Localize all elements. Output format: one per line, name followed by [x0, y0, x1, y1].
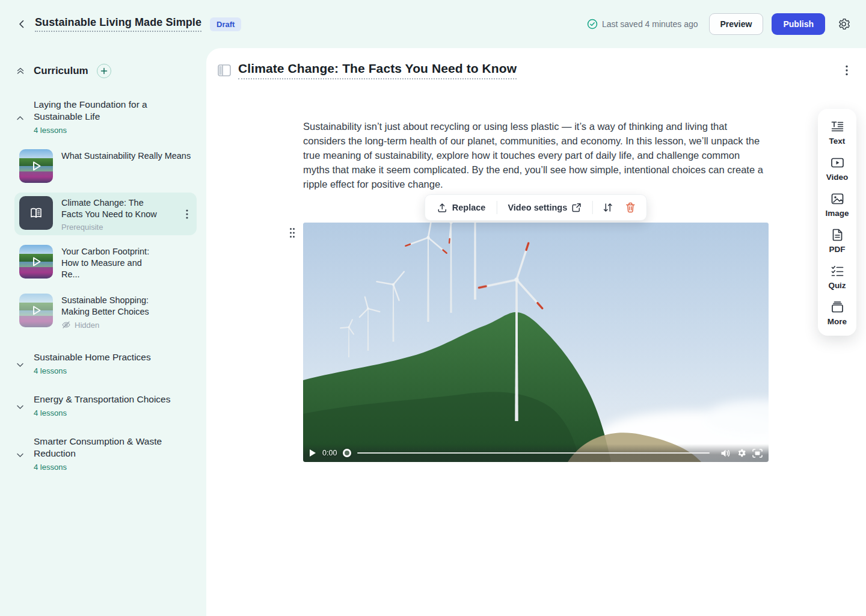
volume-button[interactable] [720, 449, 731, 458]
tool-label: More [828, 317, 847, 326]
play-button[interactable] [309, 449, 316, 457]
gear-icon [837, 17, 850, 31]
video-settings-button[interactable]: Video settings [502, 200, 588, 215]
lesson-title: What Sustainability Really Means [61, 150, 192, 162]
image-icon [831, 192, 844, 206]
tool-image[interactable]: Image [818, 189, 856, 220]
toolbar-divider [592, 201, 593, 214]
drag-dots-icon [289, 227, 295, 238]
block-drag-handle[interactable] [287, 225, 298, 241]
replace-label: Replace [452, 203, 486, 212]
play-icon [19, 294, 53, 327]
section-lesson-count: 4 lessons [34, 126, 175, 135]
curriculum-section: Laying the Foundation for a Sustainable … [14, 99, 197, 333]
panel-layout-icon [218, 64, 231, 76]
lesson-title: Climate Change: The Facts You Need to Kn… [61, 197, 162, 220]
section-title: Energy & Transportation Choices [34, 393, 170, 405]
lesson-editor-canvas: Climate Change: The Facts You Need to Kn… [206, 48, 866, 616]
lesson-item-hidden[interactable]: Sustainable Shopping: Making Better Choi… [14, 290, 197, 333]
lesson-video-thumbnail [19, 149, 53, 183]
tool-text[interactable]: Text [818, 117, 856, 148]
publish-button[interactable]: Publish [772, 13, 825, 35]
lesson-kebab-menu[interactable] [183, 207, 191, 221]
section-title: Sustainable Home Practices [34, 351, 151, 363]
play-icon [19, 149, 53, 183]
delete-block-button[interactable] [621, 200, 640, 215]
replace-video-button[interactable]: Replace [431, 200, 492, 215]
chevrons-up-icon [16, 66, 25, 76]
lesson-title: Sustainable Shopping: Making Better Choi… [61, 295, 164, 318]
move-block-button[interactable] [598, 200, 618, 215]
chevron-down-icon [16, 360, 25, 369]
eye-off-icon [61, 320, 71, 330]
tool-video[interactable]: Video [818, 153, 856, 184]
fullscreen-button[interactable] [752, 449, 763, 458]
curriculum-section: Energy & Transportation Choices 4 lesson… [14, 393, 197, 417]
add-section-button[interactable] [97, 64, 111, 78]
toolbar-divider [496, 201, 497, 214]
status-badge: Draft [210, 17, 241, 31]
tool-label: Image [825, 209, 849, 218]
section-header[interactable]: Energy & Transportation Choices 4 lesson… [14, 393, 197, 417]
sort-arrows-icon [603, 202, 613, 213]
tool-more[interactable]: More [818, 298, 856, 328]
saved-status: Last saved 4 minutes ago [587, 19, 698, 29]
tool-label: Quiz [828, 281, 846, 290]
section-title: Smarter Consumption & Waste Reduction [34, 436, 175, 460]
curriculum-section: Sustainable Home Practices 4 lessons [14, 351, 197, 375]
lesson-item[interactable]: What Sustainability Really Means [14, 146, 197, 186]
collapse-all-button[interactable] [16, 66, 25, 76]
lesson-video-thumbnail [19, 245, 53, 279]
curriculum-section: Smarter Consumption & Waste Reduction 4 … [14, 436, 197, 472]
settings-button[interactable] [835, 15, 853, 33]
plus-icon [100, 67, 108, 75]
section-header[interactable]: Laying the Foundation for a Sustainable … [14, 99, 197, 135]
tool-pdf[interactable]: PDF [818, 226, 856, 256]
lesson-video-thumbnail [19, 294, 53, 327]
curriculum-title: Curriculum [34, 65, 88, 77]
course-title[interactable]: Sustainable Living Made Simple [35, 16, 201, 32]
curriculum-sidebar: Curriculum Laying the Foundation for a S… [0, 48, 206, 616]
sidebar-toggle-button[interactable] [218, 64, 231, 76]
lesson-item-selected[interactable]: Climate Change: The Facts You Need to Kn… [14, 192, 197, 235]
preview-button[interactable]: Preview [709, 13, 764, 35]
tool-label: PDF [829, 245, 846, 254]
block-tools-panel: Text Video Image PDF Quiz More [818, 109, 856, 336]
page-title[interactable]: Climate Change: The Facts You Need to Kn… [238, 61, 517, 79]
video-frame-wind-turbines [303, 223, 769, 462]
lesson-item[interactable]: Your Carbon Footprint: How to Measure an… [14, 241, 197, 284]
seek-track[interactable] [357, 452, 710, 454]
video-controls-bar: 0:00 [303, 444, 769, 462]
section-lesson-count: 4 lessons [34, 366, 151, 375]
tool-quiz[interactable]: Quiz [818, 262, 856, 292]
lesson-intro-paragraph[interactable]: Sustainability isn’t just about recyclin… [303, 119, 769, 191]
video-settings-label: Video settings [508, 203, 567, 212]
video-block-toolbar: Replace Video settings [425, 194, 647, 221]
external-link-icon [572, 203, 582, 212]
lesson-title: Your Carbon Footprint: How to Measure an… [61, 246, 158, 280]
seek-knob[interactable] [343, 449, 351, 457]
more-icon [831, 300, 844, 314]
section-title: Laying the Foundation for a Sustainable … [34, 99, 175, 123]
section-header[interactable]: Sustainable Home Practices 4 lessons [14, 351, 197, 375]
pdf-icon [831, 228, 844, 242]
back-button[interactable] [13, 16, 30, 32]
app-header: Sustainable Living Made Simple Draft Las… [0, 0, 866, 48]
video-current-time: 0:00 [322, 449, 337, 457]
chevron-left-icon [17, 19, 26, 29]
section-lesson-count: 4 lessons [34, 463, 175, 472]
tool-label: Video [826, 173, 849, 182]
text-icon [831, 120, 844, 134]
saved-status-text: Last saved 4 minutes ago [602, 19, 698, 29]
chevron-up-icon [16, 114, 25, 123]
video-icon [831, 156, 844, 170]
section-header[interactable]: Smarter Consumption & Waste Reduction 4 … [14, 436, 197, 472]
video-player[interactable]: 0:00 [303, 223, 769, 462]
player-settings-button[interactable] [737, 448, 746, 458]
quiz-icon [831, 264, 844, 278]
kebab-icon [846, 65, 848, 76]
chevron-down-icon [16, 402, 25, 411]
chevron-down-icon [16, 451, 25, 460]
page-kebab-menu[interactable] [843, 63, 850, 78]
open-book-icon [28, 205, 45, 221]
